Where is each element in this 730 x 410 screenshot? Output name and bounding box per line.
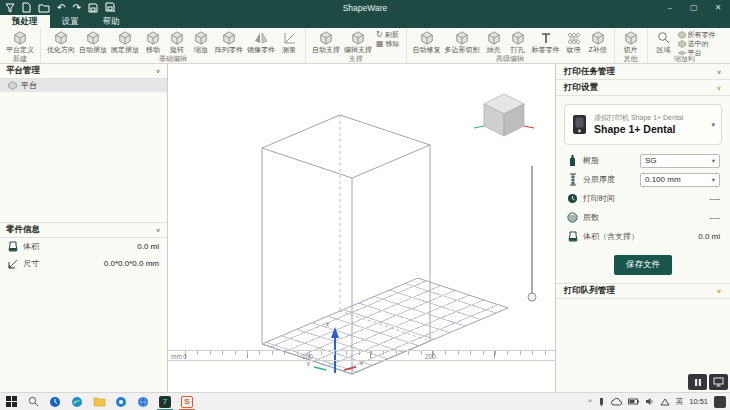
rotate-icon	[170, 30, 184, 45]
ruler-unit: mm	[171, 353, 182, 360]
move-button[interactable]: 移动	[141, 29, 165, 54]
optimize-orientation-icon	[54, 30, 68, 45]
collapse-chevron-icon[interactable]: ∨	[155, 227, 161, 233]
maximize-button[interactable]: ▢	[682, 0, 706, 15]
auto-arrange-button[interactable]: 自动摆放	[77, 29, 109, 54]
minimize-button[interactable]: –	[658, 0, 682, 15]
start-button[interactable]	[0, 393, 22, 410]
taskbar-app-edge[interactable]	[66, 393, 88, 410]
viewport-3d-canvas[interactable]: y z x mm 0 100 200	[168, 64, 555, 392]
collapse-chevron-icon[interactable]: ∨	[716, 84, 722, 90]
taskbar: 7 S ^ 英 10:51	[0, 392, 730, 410]
undo-button[interactable]: ↶	[57, 2, 65, 13]
taskbar-app-shapeware[interactable]: 7	[154, 393, 176, 410]
fix-placement-button[interactable]: 固定摆放	[109, 29, 141, 54]
print-queue-manage-header[interactable]: 打印队列管理 ∨	[556, 283, 730, 299]
layer-thickness-icon	[566, 173, 579, 186]
save-file-button[interactable]: 保存文件	[614, 255, 672, 275]
taskbar-app-recorder[interactable]: S	[176, 393, 198, 410]
view-cube[interactable]	[474, 94, 534, 136]
ime-indicator[interactable]: 英	[676, 397, 684, 407]
taskbar-app-browser[interactable]	[132, 393, 154, 410]
array-parts-button[interactable]: 阵列零件	[213, 29, 245, 54]
recorder-screen-button[interactable]	[709, 374, 728, 390]
collapse-chevron-icon[interactable]: ∨	[155, 68, 161, 74]
printer-name: Shape 1+ Dental	[594, 123, 683, 136]
slice-button[interactable]: 切片	[619, 29, 643, 54]
polygon-cut-icon	[455, 30, 469, 45]
taskbar-app-clock[interactable]	[44, 393, 66, 410]
open-file-button[interactable]	[38, 3, 50, 13]
right-panel: 打印任务管理 ∨ 打印设置 ∨ 虚拟打印机 Shape 1+ Dental Sh…	[555, 64, 730, 392]
zoom-selected-button[interactable]: 选中的	[678, 40, 716, 48]
layer-slider-handle[interactable]	[528, 293, 536, 301]
pen-icon[interactable]	[598, 397, 605, 407]
zoom-region-button[interactable]: 区域	[652, 29, 676, 54]
part-info-header[interactable]: 零件信息 ∨	[0, 223, 167, 238]
hollow-button[interactable]: 抽壳	[482, 29, 506, 54]
label-part-button[interactable]: 标签零件	[530, 29, 562, 54]
taskbar-app-explorer[interactable]	[88, 393, 110, 410]
battery-icon[interactable]	[628, 398, 639, 405]
rotate-button[interactable]: 旋转	[165, 29, 189, 54]
measure-button[interactable]: 测量	[277, 29, 301, 54]
print-time-field: 打印时间 ----	[556, 189, 730, 208]
refresh-support-button[interactable]: ↻刷新	[376, 31, 400, 39]
refresh-icon: ↻	[376, 31, 383, 39]
tab-help[interactable]: 帮助	[91, 15, 132, 28]
resin-select[interactable]: SG▾	[640, 154, 720, 168]
taskbar-clock[interactable]: 10:51	[689, 397, 708, 406]
network-icon[interactable]	[660, 398, 670, 406]
collapse-chevron-icon[interactable]: ∨	[716, 288, 722, 294]
notification-center-button[interactable]	[714, 396, 726, 408]
mirror-parts-icon	[254, 30, 268, 45]
save-as-button[interactable]	[105, 2, 116, 13]
close-button[interactable]: ✕	[706, 0, 730, 15]
platform-manage-header[interactable]: 平台管理 ∨	[0, 64, 167, 79]
platform-define-button[interactable]: 平台定义	[4, 29, 36, 54]
polygon-cut-button[interactable]: 多边形切割	[443, 29, 482, 54]
volume-icon[interactable]	[645, 397, 654, 406]
redo-button[interactable]: ↷	[72, 2, 80, 13]
remove-support-button[interactable]: ▦移除	[376, 40, 400, 48]
new-file-button[interactable]	[22, 2, 31, 13]
chevron-down-icon: ▾	[711, 121, 715, 129]
taskbar-app-skype[interactable]	[110, 393, 132, 410]
z-compensation-button[interactable]: Z补偿	[586, 29, 610, 54]
platform-item-icon	[8, 81, 17, 90]
optimize-orientation-button[interactable]: 优化方向	[45, 29, 77, 54]
auto-support-button[interactable]: 自动支撑	[310, 29, 342, 54]
tray-expand-button[interactable]: ^	[588, 397, 592, 406]
beaker-icon	[8, 241, 18, 252]
pause-icon	[694, 378, 702, 387]
cloud-icon[interactable]	[611, 398, 622, 406]
printer-selector[interactable]: 虚拟打印机 Shape 1+ Dental Shape 1+ Dental ▾	[564, 104, 722, 145]
scale-button[interactable]: 缩放	[189, 29, 213, 54]
layer-thickness-field: 分层厚度 0.100 mm▾	[556, 170, 730, 189]
layer-thickness-select[interactable]: 0.100 mm▾	[640, 173, 720, 187]
layer-count-field: 层数 ----	[556, 208, 730, 227]
zoom-all-parts-button[interactable]: 所有零件	[678, 31, 716, 39]
taskbar-search-button[interactable]	[22, 393, 44, 410]
recorder-pause-button[interactable]	[688, 374, 707, 390]
part-info-panel: 零件信息 ∨ 体积 0.0 ml 尺寸 0.0*0.0*0.0 mm	[0, 222, 167, 272]
edit-support-button[interactable]: 编辑支撑	[342, 29, 374, 54]
print-task-manage-header[interactable]: 打印任务管理 ∨	[556, 64, 730, 80]
ribbon-group-basic-edit: 优化方向 自动摆放 固定摆放 移动 旋转 缩放 阵列零件 镜像零件 测量 基础编…	[41, 28, 306, 63]
tab-settings[interactable]: 设置	[50, 15, 91, 28]
layer-count-value: ----	[709, 213, 720, 222]
layer-slider[interactable]	[528, 166, 536, 301]
print-settings-header[interactable]: 打印设置 ∨	[556, 80, 730, 96]
axis-z-label: z	[326, 321, 329, 327]
array-parts-icon	[222, 30, 236, 45]
save-button[interactable]	[88, 3, 98, 13]
mirror-parts-button[interactable]: 镜像零件	[245, 29, 277, 54]
auto-repair-button[interactable]: 自动修复	[411, 29, 443, 54]
platform-list-item[interactable]: 平台	[0, 79, 167, 92]
tab-preprocess[interactable]: 预处理	[0, 15, 50, 28]
drill-hole-button[interactable]: 打孔	[506, 29, 530, 54]
file-explorer-icon	[93, 396, 106, 407]
texture-button[interactable]: 纹理	[562, 29, 586, 54]
ribbon: 平台定义 新建 优化方向 自动摆放 固定摆放 移动 旋转 缩放 阵列零件 镜像零…	[0, 28, 730, 64]
collapse-chevron-icon[interactable]: ∨	[716, 68, 722, 74]
